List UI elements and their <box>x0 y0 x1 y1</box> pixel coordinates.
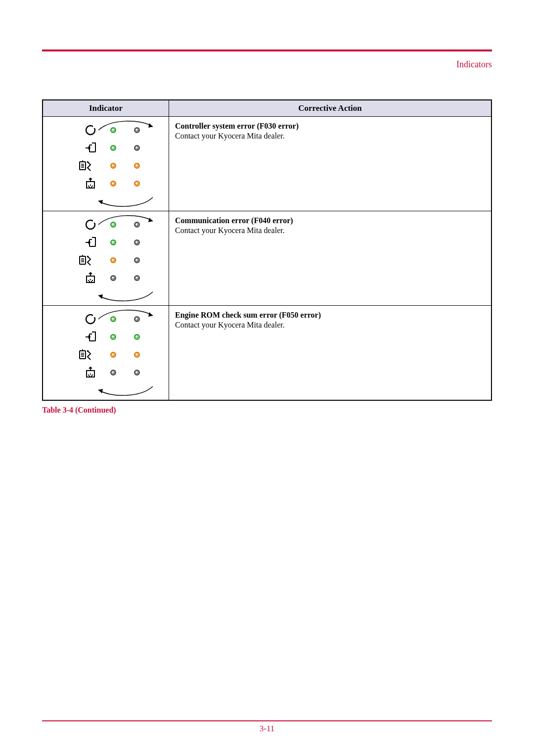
error-title: Controller system error (F030 error) <box>175 122 485 131</box>
toner-icon <box>67 176 97 191</box>
indicator-led <box>134 316 140 322</box>
indicator-panel <box>49 216 163 286</box>
indicator-led <box>110 275 116 281</box>
section-title: Indicators <box>42 59 492 70</box>
table-row: Controller system error (F030 error)Cont… <box>43 117 491 211</box>
indicator-led <box>110 257 116 263</box>
page: Indicators Indicator Corrective Action C… <box>0 0 534 756</box>
table-row: Communication error (F040 error)Contact … <box>43 211 491 306</box>
indicator-led <box>110 334 116 340</box>
ready-icon <box>67 312 97 327</box>
indicator-led <box>110 239 116 245</box>
indicator-led <box>110 370 116 376</box>
bottom-rule <box>42 720 492 721</box>
indicator-led <box>110 352 116 358</box>
toner-icon <box>67 271 97 285</box>
indicator-cell <box>43 117 169 211</box>
paper-jam-icon <box>67 347 97 362</box>
indicator-led <box>110 222 116 228</box>
indicator-led <box>110 127 116 133</box>
indicator-led <box>134 239 140 245</box>
indicator-led <box>110 163 116 169</box>
indicator-led <box>134 127 140 133</box>
indicator-cell <box>43 306 169 401</box>
paper-jam-icon <box>67 158 97 173</box>
error-title: Engine ROM check sum error (F050 error) <box>175 311 485 320</box>
error-title: Communication error (F040 error) <box>175 216 485 225</box>
top-rule <box>42 49 492 51</box>
error-desc: Contact your Kyocera Mita dealer. <box>175 321 485 330</box>
indicator-led <box>110 145 116 151</box>
indicator-led <box>110 316 116 322</box>
col-header-action: Corrective Action <box>169 100 492 117</box>
indicator-led <box>134 163 140 169</box>
indicator-led <box>134 275 140 281</box>
corrective-action-cell: Engine ROM check sum error (F050 error)C… <box>169 306 492 401</box>
ready-icon <box>67 123 97 138</box>
table-caption: Table 3-4 (Continued) <box>42 406 492 415</box>
indicator-led <box>134 257 140 263</box>
data-icon <box>67 235 97 250</box>
corrective-action-cell: Communication error (F040 error)Contact … <box>169 211 492 306</box>
indicator-led <box>134 352 140 358</box>
cycle-arrow-bottom-icon <box>96 289 155 304</box>
indicator-cell <box>43 211 169 306</box>
indicator-led <box>134 222 140 228</box>
indicator-led <box>134 145 140 151</box>
indicator-led <box>110 181 116 187</box>
indicator-led <box>134 334 140 340</box>
indicator-table: Indicator Corrective Action Controller s… <box>42 99 492 401</box>
data-icon <box>67 141 97 155</box>
corrective-action-cell: Controller system error (F030 error)Cont… <box>169 117 492 211</box>
cycle-arrow-bottom-icon <box>96 195 155 210</box>
indicator-led <box>134 181 140 187</box>
col-header-indicator: Indicator <box>43 100 169 117</box>
paper-jam-icon <box>67 253 97 268</box>
toner-icon <box>67 365 97 380</box>
ready-icon <box>67 217 97 232</box>
error-desc: Contact your Kyocera Mita dealer. <box>175 226 485 235</box>
table-row: Engine ROM check sum error (F050 error)C… <box>43 306 491 401</box>
error-desc: Contact your Kyocera Mita dealer. <box>175 132 485 141</box>
cycle-arrow-bottom-icon <box>96 384 155 399</box>
page-number: 3-11 <box>0 724 534 734</box>
indicator-panel <box>49 311 163 381</box>
indicator-panel <box>49 122 163 192</box>
indicator-led <box>134 370 140 376</box>
data-icon <box>67 330 97 344</box>
